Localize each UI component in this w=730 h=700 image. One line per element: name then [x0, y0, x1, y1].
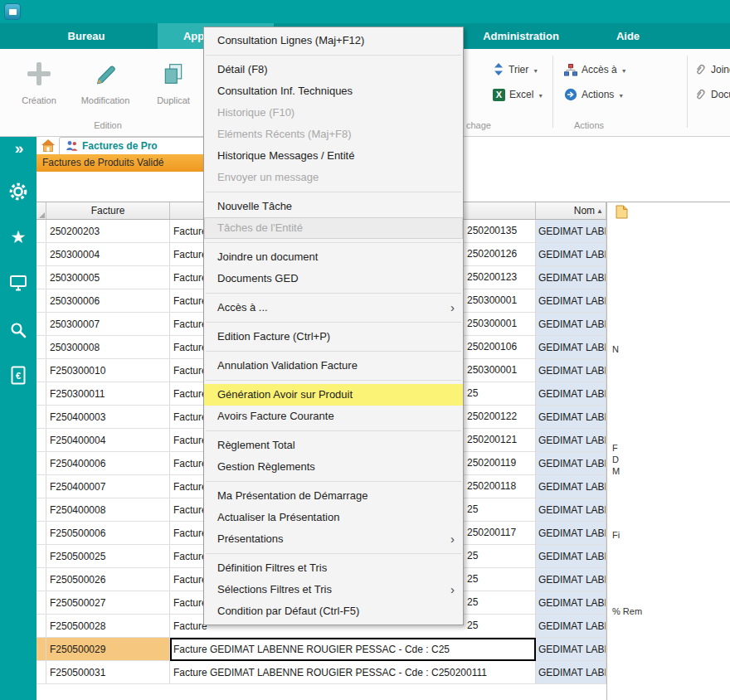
invoice-euro-icon[interactable]: €: [0, 366, 36, 388]
menu-item[interactable]: Edition Facture (Ctrl+P): [204, 326, 463, 348]
row-marker-cell[interactable]: [36, 498, 46, 522]
row-marker-cell[interactable]: [36, 336, 46, 359]
nom-cell[interactable]: GEDIMAT LABENNE: [536, 243, 606, 266]
acces-a-button[interactable]: Accès à ▼: [564, 60, 627, 80]
menu-item[interactable]: Détail (F8): [204, 59, 463, 80]
menu-item[interactable]: Définition Filtres et Tris: [204, 557, 463, 579]
facture-cell[interactable]: F250400008: [46, 498, 170, 522]
menu-item[interactable]: Gestion Règlements: [204, 456, 463, 478]
row-marker-cell[interactable]: [36, 591, 46, 615]
row-marker-cell[interactable]: [36, 266, 46, 289]
menu-tab-administration[interactable]: Administration: [467, 23, 575, 49]
facture-cell[interactable]: F250400007: [46, 475, 170, 498]
menu-item[interactable]: Condition par Défaut (Ctrl-F5): [204, 600, 463, 622]
facture-cell[interactable]: 250200203: [46, 220, 170, 243]
menu-item[interactable]: Consultation Inf. Techniques: [204, 80, 463, 102]
nom-cell[interactable]: GEDIMAT LABENNE: [536, 498, 606, 522]
row-marker-cell[interactable]: [36, 615, 46, 638]
row-marker-cell[interactable]: [36, 568, 46, 591]
nom-cell[interactable]: GEDIMAT LABENNE: [536, 313, 606, 336]
facture-cell[interactable]: 250300006: [46, 289, 170, 313]
nom-cell[interactable]: GEDIMAT LABENNE: [536, 336, 606, 359]
home-icon[interactable]: [41, 139, 56, 156]
table-row[interactable]: F250500029Facture GEDIMAT LABENNE ROUGIE…: [36, 638, 606, 661]
star-icon[interactable]: ★: [0, 228, 36, 246]
row-marker-cell[interactable]: [36, 313, 46, 336]
collapse-chevrons-icon[interactable]: »: [0, 140, 36, 157]
menu-tab-aide[interactable]: Aide: [603, 23, 653, 49]
menu-tab-bureau[interactable]: Bureau: [48, 23, 124, 49]
nom-cell[interactable]: GEDIMAT LABENNE: [536, 406, 606, 429]
facture-cell[interactable]: F250500025: [46, 545, 170, 568]
facture-cell[interactable]: F250500029: [46, 638, 170, 661]
modification-button[interactable]: Modification: [73, 54, 138, 120]
libelle-cell[interactable]: Facture GEDIMAT LABENNE ROUGIER PESSAC -…: [170, 638, 536, 661]
menu-item[interactable]: Historique Messages / Entité: [204, 145, 463, 167]
facture-cell[interactable]: F250400003: [46, 406, 170, 429]
trier-button[interactable]: Trier ▼: [493, 60, 538, 80]
nom-cell[interactable]: GEDIMAT LABENNE: [536, 429, 606, 452]
corner-select-all-cell[interactable]: [36, 202, 46, 219]
menu-item[interactable]: Annulation Validation Facture: [204, 355, 463, 377]
facture-cell[interactable]: F250300010: [46, 359, 170, 382]
row-marker-cell[interactable]: [36, 475, 46, 498]
nom-cell[interactable]: GEDIMAT LABENNE: [536, 266, 606, 289]
menu-item[interactable]: Consultation Lignes (Maj+F12): [204, 30, 463, 51]
row-marker-cell[interactable]: [36, 638, 46, 661]
nom-cell[interactable]: GEDIMAT LABENNE: [536, 382, 606, 406]
menu-item[interactable]: Avoirs Facture Courante: [204, 406, 463, 427]
nom-cell[interactable]: GEDIMAT LABENNE: [536, 568, 606, 591]
row-marker-cell[interactable]: [36, 661, 46, 684]
facture-cell[interactable]: F250400006: [46, 452, 170, 475]
row-marker-cell[interactable]: [36, 545, 46, 568]
libelle-cell[interactable]: Facture GEDIMAT LABENNE ROUGIER PESSAC -…: [170, 661, 536, 684]
row-marker-cell[interactable]: [36, 289, 46, 313]
facture-cell[interactable]: F250500031: [46, 661, 170, 684]
joindre-button[interactable]: Joind: [694, 60, 730, 80]
row-marker-cell[interactable]: [36, 452, 46, 475]
nom-cell[interactable]: GEDIMAT LABENNE: [536, 661, 606, 684]
facture-cell[interactable]: F250400004: [46, 429, 170, 452]
menu-item[interactable]: Accès à ...›: [204, 297, 463, 318]
facture-cell[interactable]: F250500027: [46, 591, 170, 615]
nom-cell[interactable]: GEDIMAT LABENNE: [536, 220, 606, 243]
menu-item[interactable]: Nouvelle Tâche: [204, 196, 463, 217]
row-marker-cell[interactable]: [36, 220, 46, 243]
column-header-nom[interactable]: Nom ▲: [536, 202, 606, 219]
creation-button[interactable]: Création: [7, 54, 71, 120]
facture-cell[interactable]: 250300008: [46, 336, 170, 359]
row-marker-cell[interactable]: [36, 429, 46, 452]
nom-cell[interactable]: GEDIMAT LABENNE: [536, 359, 606, 382]
documents-button[interactable]: Docu: [694, 85, 730, 105]
row-marker-cell[interactable]: [36, 522, 46, 545]
row-marker-cell[interactable]: [36, 406, 46, 429]
column-header-facture[interactable]: Facture: [46, 202, 170, 219]
actions-button[interactable]: Actions ▼: [564, 85, 624, 105]
nom-cell[interactable]: GEDIMAT LABENNE: [536, 615, 606, 638]
nom-cell[interactable]: GEDIMAT LABENNE: [536, 591, 606, 615]
nom-cell[interactable]: GEDIMAT LABENNE: [536, 522, 606, 545]
monitor-icon[interactable]: [0, 275, 36, 294]
facture-cell[interactable]: 250300005: [46, 266, 170, 289]
facture-cell[interactable]: F250300011: [46, 382, 170, 406]
menu-item[interactable]: Sélections Filtres et Tris›: [204, 579, 463, 600]
nom-cell[interactable]: GEDIMAT LABENNE: [536, 475, 606, 498]
facture-cell[interactable]: F250500026: [46, 568, 170, 591]
facture-cell[interactable]: 250300004: [46, 243, 170, 266]
nom-cell[interactable]: GEDIMAT LABENNE: [536, 545, 606, 568]
facture-cell[interactable]: 250300007: [46, 313, 170, 336]
search-icon[interactable]: [0, 321, 36, 343]
facture-cell[interactable]: F250500006: [46, 522, 170, 545]
row-marker-cell[interactable]: [36, 359, 46, 382]
row-marker-cell[interactable]: [36, 243, 46, 266]
menu-item[interactable]: Règlement Total: [204, 435, 463, 456]
nom-cell[interactable]: GEDIMAT LABENNE: [536, 638, 606, 661]
menu-item[interactable]: Génération Avoir sur Produit: [204, 384, 463, 406]
row-marker-cell[interactable]: [36, 382, 46, 406]
nom-cell[interactable]: GEDIMAT LABENNE: [536, 452, 606, 475]
menu-item[interactable]: Actualiser la Présentation: [204, 507, 463, 528]
table-row[interactable]: F250500031Facture GEDIMAT LABENNE ROUGIE…: [36, 661, 606, 684]
menu-item[interactable]: Ma Présentation de Démarrage: [204, 485, 463, 507]
menu-item[interactable]: Joindre un document: [204, 246, 463, 268]
excel-button[interactable]: X Excel ▼: [493, 85, 543, 105]
